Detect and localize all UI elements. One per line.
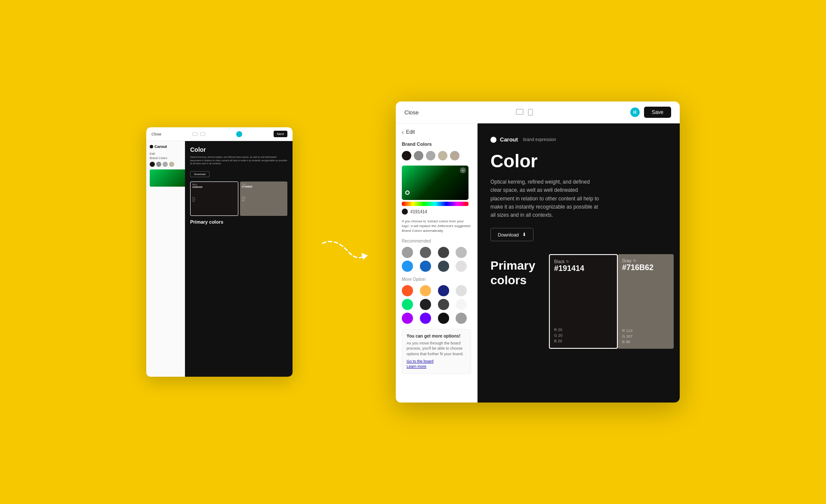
- sidebar-back-label: Edit: [406, 129, 415, 135]
- preview-close-label[interactable]: Close: [151, 132, 161, 136]
- preview-color-1[interactable]: [150, 162, 155, 167]
- recommended-label: Recommended: [402, 239, 471, 243]
- preview-logo-dot: [150, 145, 153, 148]
- preview-tablet-icon: [200, 132, 205, 136]
- color-cards: Black ↻ #191414 R 25 G 20 B 20: [549, 254, 674, 349]
- brand-color-tan2[interactable]: [450, 151, 459, 160]
- color-picker-area[interactable]: ×: [402, 166, 468, 200]
- more-color-2[interactable]: [420, 285, 431, 296]
- rec-color-6[interactable]: [420, 261, 431, 272]
- gray-card-hex: #716B62: [622, 263, 669, 272]
- download-icon: ⬇: [522, 232, 526, 237]
- preview-download-button[interactable]: Download: [190, 171, 210, 177]
- more-color-3[interactable]: [438, 285, 449, 296]
- more-color-11[interactable]: [438, 313, 449, 324]
- rec-color-4[interactable]: [456, 247, 467, 258]
- preview-black-rgb: R 25G 20B 20: [192, 197, 236, 202]
- gray-card-rgb: R 113 G 107 B 98: [622, 328, 669, 344]
- extract-info-text: If you choose to 'extract colors from yo…: [402, 219, 471, 234]
- more-color-10[interactable]: [420, 313, 431, 324]
- color-spectrum-slider[interactable]: [402, 202, 468, 206]
- more-color-6[interactable]: [420, 299, 431, 310]
- rec-color-7[interactable]: [438, 261, 449, 272]
- preview-color-3[interactable]: [163, 162, 168, 167]
- brand-color-tan1[interactable]: [438, 151, 447, 160]
- preview-main-description: Optical kerning, refined weight, and def…: [190, 156, 287, 166]
- more-options-label: More Option: [402, 277, 471, 282]
- right-topbar: Close H Save: [396, 101, 680, 123]
- more-color-8[interactable]: [456, 299, 467, 310]
- preview-primary-text: Primary colors: [190, 219, 287, 225]
- more-color-5[interactable]: [402, 299, 413, 310]
- black-color-card[interactable]: Black ↻ #191414 R 25 G 20 B 20: [549, 254, 618, 349]
- preview-main-title: Color: [190, 146, 287, 153]
- black-g: 20: [558, 333, 563, 338]
- main-logo-subtitle: brand expression: [523, 137, 556, 142]
- info-box: You can get more options! As you move th…: [402, 329, 471, 375]
- black-card-label: Black: [554, 259, 564, 264]
- primary-label-text: Primarycolors: [490, 258, 542, 287]
- right-user-avatar: H: [630, 108, 640, 117]
- arrow-container: [318, 235, 370, 269]
- rec-color-1[interactable]: [402, 247, 413, 258]
- preview-topbar: Close Next: [146, 127, 293, 141]
- gray-card-refresh-icon[interactable]: ↻: [633, 259, 636, 263]
- brand-color-black[interactable]: [402, 151, 411, 160]
- main-logo-row: Carout brand expression: [490, 136, 667, 143]
- preview-user-avatar: [236, 131, 242, 137]
- preview-brand-colors-row: [150, 162, 181, 167]
- main-logo-text: Carout: [500, 136, 518, 143]
- sidebar-brand-colors-label: Brand Colors: [402, 141, 471, 147]
- preview-color-4[interactable]: [169, 162, 174, 167]
- preview-brand-colors-label: Brand Colors: [150, 157, 181, 160]
- download-button[interactable]: Download ⬇: [490, 228, 533, 241]
- more-color-7[interactable]: [438, 299, 449, 310]
- more-colors: [402, 285, 471, 324]
- brand-color-gray2[interactable]: [426, 151, 435, 160]
- gray-r: 113: [626, 329, 632, 333]
- preview-color-2[interactable]: [156, 162, 161, 167]
- black-b: 20: [558, 339, 562, 343]
- rec-color-2[interactable]: [420, 247, 431, 258]
- color-hex-row: #191414: [402, 209, 471, 215]
- right-save-button[interactable]: Save: [644, 107, 671, 118]
- black-card-refresh-icon[interactable]: ↻: [566, 260, 569, 264]
- preview-sidebar: Carout Edit Brand Colors: [146, 141, 185, 377]
- go-to-board-link[interactable]: Go to the board: [407, 359, 466, 363]
- color-picker-handle[interactable]: [405, 191, 410, 195]
- gray-color-card[interactable]: Gray ↻ #716B62 R 113 G 107 B 98: [618, 254, 674, 349]
- right-close-label[interactable]: Close: [404, 109, 419, 116]
- more-color-4[interactable]: [456, 285, 467, 296]
- preview-main: Color Optical kerning, refined weight, a…: [185, 141, 293, 377]
- rec-color-5[interactable]: [402, 261, 413, 272]
- more-color-1[interactable]: [402, 285, 413, 296]
- right-actions: H Save: [630, 107, 671, 118]
- right-monitor-icon[interactable]: [516, 109, 524, 115]
- color-picker-close[interactable]: ×: [460, 167, 466, 173]
- preview-save-button[interactable]: Next: [274, 131, 287, 137]
- main-title: Color: [490, 151, 667, 171]
- rec-color-3[interactable]: [438, 247, 449, 258]
- learn-more-link[interactable]: Learn more: [407, 364, 466, 369]
- right-user-initial: H: [633, 110, 636, 115]
- info-box-title: You can get more options!: [407, 334, 466, 338]
- back-arrow-icon: ‹: [402, 129, 404, 135]
- preview-device-icons: [192, 132, 205, 136]
- more-color-12[interactable]: [456, 313, 467, 324]
- preview-body: Carout Edit Brand Colors Color Optical k…: [146, 141, 293, 377]
- right-panel: Close H Save ‹ Edit Brand Colors: [396, 101, 680, 403]
- sidebar-brand-colors: [402, 151, 471, 160]
- rec-color-8[interactable]: [456, 261, 467, 272]
- right-tablet-icon[interactable]: [528, 109, 533, 116]
- more-color-9[interactable]: [402, 313, 413, 324]
- left-preview-panel: Close Next Carout Edit Brand Colors: [146, 127, 293, 377]
- selected-color-hex[interactable]: #191414: [410, 209, 427, 214]
- preview-primary-label: Primary colors: [190, 219, 287, 225]
- black-r: 25: [558, 328, 562, 332]
- black-card-rgb: R 25 G 20 B 20: [554, 327, 613, 344]
- gray-g: 107: [626, 334, 633, 338]
- sidebar-back-button[interactable]: ‹ Edit: [402, 129, 471, 135]
- preview-edit-label[interactable]: Edit: [150, 152, 181, 155]
- preview-gray-rgb: R 113G 107B 98: [242, 197, 286, 202]
- brand-color-gray1[interactable]: [414, 151, 423, 160]
